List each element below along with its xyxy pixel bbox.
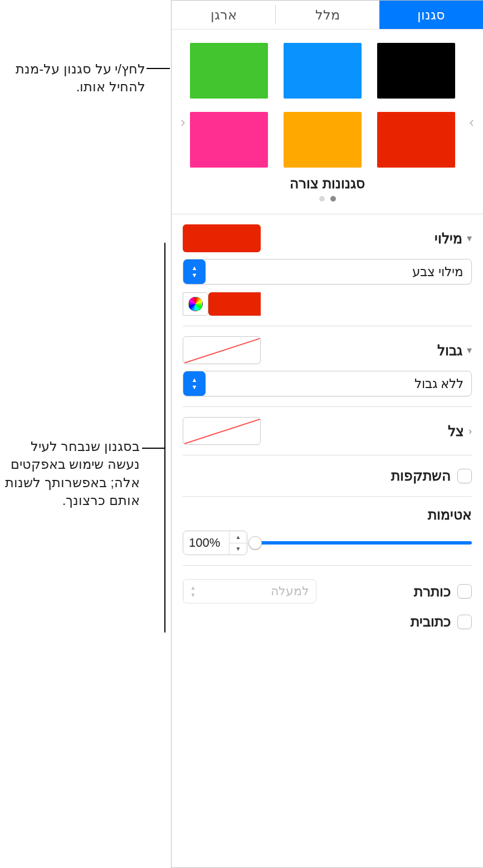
title-caption-section: כותרת ▲▼ למעלה כתובית — [183, 566, 472, 642]
fill-color-row — [183, 292, 261, 316]
style-swatch[interactable] — [377, 43, 455, 99]
reflection-label: השתקפות — [391, 468, 451, 484]
title-checkbox[interactable] — [457, 584, 472, 599]
opacity-slider[interactable] — [255, 536, 472, 550]
style-swatch[interactable] — [284, 112, 362, 168]
slider-thumb[interactable] — [248, 536, 262, 550]
fill-type-popup[interactable]: מילוי צבע ▲▼ — [183, 259, 472, 285]
opacity-section: אטימות 100% ▲ ▼ — [183, 497, 472, 566]
tab-arrange[interactable]: ארגן — [172, 1, 275, 29]
fill-title: מילוי — [435, 231, 462, 247]
tab-style[interactable]: סגנון — [379, 1, 483, 29]
styles-next-icon[interactable]: › — [469, 113, 474, 130]
caption-checkbox[interactable] — [457, 615, 472, 629]
reflection-checkbox[interactable] — [457, 469, 472, 483]
color-picker-button[interactable] — [183, 292, 208, 316]
callout-effects: בסגנון שנבחר לעיל נעשה שימוש באפקטים אלה… — [0, 438, 140, 510]
color-wheel-icon — [188, 297, 203, 311]
chevron-left-icon[interactable]: ‹ — [469, 425, 472, 437]
tab-text[interactable]: מלל — [276, 1, 379, 29]
popup-arrows-icon: ▲▼ — [183, 371, 206, 396]
style-page-dots — [183, 196, 472, 202]
step-up-icon[interactable]: ▲ — [230, 531, 247, 543]
style-swatch[interactable] — [190, 43, 268, 99]
border-title: גבול — [437, 342, 462, 359]
step-down-icon[interactable]: ▼ — [230, 543, 247, 555]
border-preview[interactable] — [183, 336, 261, 364]
title-position-value: למעלה — [202, 584, 316, 599]
callout-bracket-line — [164, 243, 165, 632]
styles-prev-icon[interactable]: ‹ — [180, 113, 186, 130]
callout-leader-line — [147, 68, 170, 69]
format-inspector-panel: סגנון מלל ארגן › ‹ סגנונות צורה — [171, 0, 483, 868]
popup-arrows-icon: ▲▼ — [183, 259, 206, 284]
opacity-field[interactable]: 100% ▲ ▼ — [183, 531, 247, 555]
chevron-down-icon[interactable]: ▾ — [467, 344, 472, 356]
style-swatch[interactable] — [190, 112, 268, 168]
chevron-down-icon[interactable]: ▾ — [467, 232, 472, 244]
shape-style-grid — [183, 43, 472, 168]
popup-arrows-icon: ▲▼ — [183, 580, 202, 603]
shape-styles-label: סגנונות צורה — [183, 175, 472, 192]
page-dot[interactable] — [330, 196, 336, 202]
fill-section: ▾ מילוי מילוי צבע ▲▼ — [183, 214, 472, 326]
inspector-tabs: סגנון מלל ארגן — [172, 1, 483, 30]
style-swatch[interactable] — [284, 43, 362, 99]
fill-color-well[interactable] — [208, 292, 261, 316]
border-section: ▾ גבול ללא גבול ▲▼ — [183, 326, 472, 407]
shadow-preview[interactable] — [183, 417, 261, 445]
title-position-popup: ▲▼ למעלה — [183, 579, 316, 604]
caption-label: כתובית — [411, 614, 451, 630]
fill-preview[interactable] — [183, 224, 261, 252]
border-type-popup[interactable]: ללא גבול ▲▼ — [183, 371, 472, 396]
shadow-title: צל — [448, 423, 464, 439]
opacity-label: אטימות — [183, 507, 472, 523]
shadow-section: ‹ צל — [183, 407, 472, 455]
callout-leader-line — [142, 448, 165, 449]
reflection-section: השתקפות — [183, 455, 472, 497]
opacity-value: 100% — [183, 531, 229, 555]
callout-click-style: לחץ/י על סגנון על-מנת להחיל אותו. — [6, 60, 145, 96]
fill-type-value: מילוי צבע — [206, 264, 471, 279]
opacity-stepper[interactable]: ▲ ▼ — [229, 531, 247, 555]
border-type-value: ללא גבול — [206, 376, 471, 391]
shape-styles-area: › ‹ סגנונות צורה — [183, 30, 472, 214]
title-label: כותרת — [414, 583, 451, 600]
page-dot[interactable] — [319, 196, 325, 202]
style-swatch[interactable] — [377, 112, 455, 168]
